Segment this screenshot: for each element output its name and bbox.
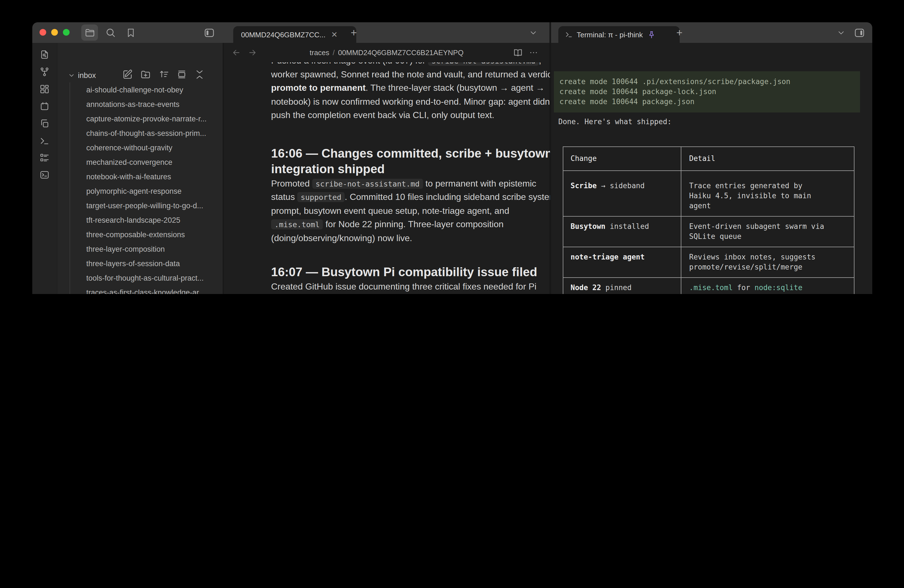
terminal-box-icon[interactable] xyxy=(40,170,49,180)
terminal-done-line: Done. Here's what shipped: xyxy=(558,117,672,127)
table-row: Node 22 pinned .mise.toml for node:sqlit… xyxy=(563,278,854,294)
tab-label: 00MMD24Q6GBMZ7CC... xyxy=(241,30,326,39)
paragraph: Promoted scribe-not-assistant.md to perm… xyxy=(271,177,550,245)
sidebar-file[interactable]: notebook-with-ai-features xyxy=(57,169,223,184)
sidebar-file[interactable]: coherence-without-gravity xyxy=(57,140,223,155)
sidebar-folder-inbox[interactable]: inbox xyxy=(57,68,223,82)
paragraph: worker spawned, Sonnet read the note and… xyxy=(271,68,550,122)
left-ribbon xyxy=(32,43,57,294)
app-window: 00MMD24Q6GBMZ7CC... ✕ + Terminal: π - pi… xyxy=(32,22,872,294)
sidebar-file[interactable]: tft-research-landscape-2025 xyxy=(57,213,223,227)
table-row: Scribe → sideband Trace entries generate… xyxy=(563,171,854,217)
new-tab-button[interactable]: + xyxy=(351,27,357,39)
paragraph: Created GitHub issue documenting three c… xyxy=(271,280,550,294)
graph-icon[interactable] xyxy=(40,67,49,77)
folder-icon[interactable] xyxy=(81,24,98,41)
tab-terminal[interactable]: Terminal: π - pi-think xyxy=(558,26,680,43)
terminal-pane[interactable]: create mode 100644 .pi/extensions/scribe… xyxy=(551,43,872,294)
terminal-prompt-icon[interactable] xyxy=(40,136,49,146)
shipped-table: Change Detail Scribe → sideband Trace en… xyxy=(563,147,855,294)
file-explorer: inbox ai-should-challenge-not-obey annot… xyxy=(57,43,223,294)
inline-code: .mise.toml xyxy=(271,220,323,229)
sidebar-file[interactable]: chains-of-thought-as-session-prim... xyxy=(57,126,223,140)
tab-trace-note[interactable]: 00MMD24Q6GBMZ7CC... ✕ xyxy=(233,26,356,43)
search-icon[interactable] xyxy=(102,24,119,41)
sidebar-file[interactable]: tools-for-thought-as-cultural-pract... xyxy=(57,270,223,285)
sidebar-file[interactable]: three-layers-of-session-data xyxy=(57,256,223,270)
chevron-down-icon[interactable] xyxy=(525,24,542,41)
new-tab-button[interactable]: + xyxy=(676,27,683,39)
dashboard-grid-icon[interactable] xyxy=(40,84,49,94)
table-header-row: Change Detail xyxy=(563,147,854,171)
table-row: note-triage agent Reviews inbox notes, s… xyxy=(563,247,854,278)
more-options-icon[interactable] xyxy=(529,48,538,57)
sidebar-file[interactable]: polymorphic-agent-response xyxy=(57,184,223,198)
inline-code: scribe-not-assistant.md xyxy=(428,62,539,66)
sidebar-file[interactable]: annotations-as-trace-events xyxy=(57,97,223,111)
sidebar-file[interactable]: three-layer-composition xyxy=(57,242,223,256)
inline-code: scribe-not-assistant.md xyxy=(312,179,423,188)
column-header: Change xyxy=(563,147,681,171)
terminal-git-output: create mode 100644 .pi/extensions/scribe… xyxy=(554,71,860,112)
editor-top-content[interactable]: Pushed a fresh triage event (id 007) for… xyxy=(223,62,550,294)
sidebar-file[interactable]: three-composable-extensions xyxy=(57,227,223,242)
panel-left-toggle-icon[interactable] xyxy=(201,24,218,41)
panel-right-toggle-icon[interactable] xyxy=(851,24,868,41)
close-icon[interactable]: ✕ xyxy=(331,30,337,39)
sidebar-file[interactable]: capture-atomize-provoke-narrate-r... xyxy=(57,111,223,126)
calendar-icon[interactable] xyxy=(40,101,49,111)
list-details-icon[interactable] xyxy=(40,153,49,163)
table-row: Busytown installed Event-driven subagent… xyxy=(563,217,854,247)
sidebar-file[interactable]: ai-should-challenge-not-obey xyxy=(57,82,223,97)
inline-code: supported xyxy=(297,192,345,202)
terminal-prompt-icon xyxy=(565,31,573,38)
sidebar-file[interactable]: mechanized-convergence xyxy=(57,155,223,169)
sidebar-file[interactable]: traces-as-first-class-knowledge-ar... xyxy=(57,285,223,294)
paragraph: Pushed a fresh triage event (id 007) for… xyxy=(271,62,550,68)
file-search-icon[interactable] xyxy=(40,49,49,60)
screen: 00MMD24Q6GBMZ7CC... ✕ + Terminal: π - pi… xyxy=(0,0,904,294)
minimize-window-button[interactable] xyxy=(51,29,58,36)
section-heading: 16:06 — Changes committed, scribe + busy… xyxy=(271,145,550,177)
file-tree: inbox ai-should-challenge-not-obey annot… xyxy=(57,68,223,294)
section-heading: 16:07 — Busytown Pi compatibility issue … xyxy=(271,264,550,280)
editor-top-header: traces/00MMD24Q6GBMZ7CC6B21AEYNPQ xyxy=(224,43,549,62)
titlebar: 00MMD24Q6GBMZ7CC... ✕ + Terminal: π - pi… xyxy=(32,22,872,43)
reading-mode-icon[interactable] xyxy=(513,48,523,57)
copy-icon[interactable] xyxy=(40,119,49,129)
bookmark-icon[interactable] xyxy=(122,24,139,41)
zoom-window-button[interactable] xyxy=(63,29,70,36)
chevron-down-icon xyxy=(68,71,75,79)
tab-label: Terminal: π - pi-think xyxy=(577,30,643,39)
close-window-button[interactable] xyxy=(40,29,46,36)
column-header: Detail xyxy=(681,147,854,171)
sidebar-file[interactable]: target-user-people-willing-to-go-d... xyxy=(57,198,223,213)
chevron-down-icon[interactable] xyxy=(833,24,849,41)
breadcrumb[interactable]: traces/00MMD24Q6GBMZ7CC6B21AEYNPQ xyxy=(224,49,549,57)
pin-icon[interactable] xyxy=(647,30,656,39)
